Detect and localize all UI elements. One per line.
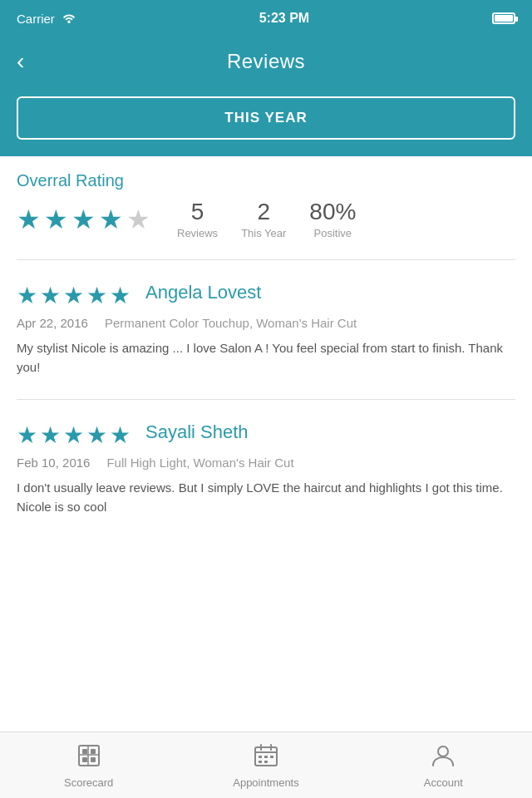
status-bar: Carrier 5:23 PM bbox=[0, 0, 532, 37]
battery-icon bbox=[492, 12, 515, 24]
review-header-1: ★ ★ ★ ★ ★ Angela Lovest bbox=[17, 282, 515, 309]
stat-thisyear-number: 2 bbox=[257, 199, 270, 225]
review-meta-1: Apr 22, 2016 Permanent Color Touchup, Wo… bbox=[17, 314, 515, 332]
review-card-2: ★ ★ ★ ★ ★ Sayali Sheth Feb 10, 2016 Full… bbox=[17, 408, 515, 530]
review-header-2: ★ ★ ★ ★ ★ Sayali Sheth bbox=[17, 421, 515, 449]
svg-rect-3 bbox=[82, 757, 87, 762]
rating-stats: 5 Reviews 2 This Year 80% Positive bbox=[177, 199, 356, 239]
star-5: ★ bbox=[126, 204, 150, 235]
reviewer-name-2: Sayali Sheth bbox=[145, 421, 249, 443]
r1-star-2: ★ bbox=[40, 282, 61, 309]
star-2: ★ bbox=[44, 204, 68, 235]
filter-section: THIS YEAR bbox=[0, 86, 532, 156]
filter-button[interactable]: THIS YEAR bbox=[17, 96, 515, 140]
r2-star-4: ★ bbox=[86, 421, 107, 449]
wifi-icon bbox=[62, 12, 76, 26]
review-text-1: My stylist Nicole is amazing ... I love … bbox=[17, 338, 515, 377]
r1-star-5: ★ bbox=[110, 282, 131, 309]
stat-positive: 80% Positive bbox=[309, 199, 356, 239]
appointments-icon bbox=[253, 742, 279, 772]
svg-rect-12 bbox=[264, 756, 268, 758]
review-card-1: ★ ★ ★ ★ ★ Angela Lovest Apr 22, 2016 Per… bbox=[17, 268, 515, 391]
stat-thisyear: 2 This Year bbox=[241, 199, 286, 239]
carrier-label: Carrier bbox=[17, 12, 55, 26]
svg-rect-15 bbox=[264, 761, 268, 763]
tab-appointments[interactable]: Appointments bbox=[177, 732, 354, 798]
review-date-2: Feb 10, 2016 bbox=[17, 456, 90, 470]
overall-rating-section: Overral Rating ★ ★ ★ ★ ★ 5 Reviews 2 Thi… bbox=[17, 156, 515, 251]
tab-account-label: Account bbox=[424, 776, 463, 789]
svg-point-16 bbox=[438, 746, 448, 756]
page-title: Reviews bbox=[227, 50, 305, 73]
review-service-1: Permanent Color Touchup, Woman's Hair Cu… bbox=[105, 314, 357, 332]
reviewer-name-1: Angela Lovest bbox=[145, 282, 261, 303]
svg-rect-13 bbox=[270, 756, 273, 758]
r2-star-1: ★ bbox=[17, 421, 37, 449]
stat-reviews-label: Reviews bbox=[177, 227, 218, 239]
content-area: Overral Rating ★ ★ ★ ★ ★ 5 Reviews 2 Thi… bbox=[0, 156, 532, 735]
r2-star-5: ★ bbox=[110, 421, 131, 449]
r2-star-2: ★ bbox=[40, 421, 61, 449]
star-1: ★ bbox=[17, 204, 41, 235]
stat-positive-number: 80% bbox=[309, 199, 356, 225]
tab-bar: Scorecard Appointments Account bbox=[0, 732, 532, 798]
stat-thisyear-label: This Year bbox=[241, 227, 286, 239]
stat-reviews: 5 Reviews bbox=[177, 199, 218, 239]
r2-star-3: ★ bbox=[63, 421, 84, 449]
status-right bbox=[492, 12, 515, 24]
tab-scorecard[interactable]: Scorecard bbox=[0, 732, 177, 798]
r1-star-3: ★ bbox=[63, 282, 84, 309]
rating-row: ★ ★ ★ ★ ★ 5 Reviews 2 This Year 80% Posi… bbox=[17, 199, 515, 239]
r1-star-1: ★ bbox=[17, 282, 37, 309]
stat-reviews-number: 5 bbox=[191, 199, 204, 225]
svg-rect-1 bbox=[82, 749, 87, 754]
overall-stars: ★ ★ ★ ★ ★ bbox=[17, 204, 150, 235]
back-button[interactable]: ‹ bbox=[17, 47, 31, 76]
overall-title: Overral Rating bbox=[17, 171, 515, 190]
stat-positive-label: Positive bbox=[314, 227, 352, 239]
scorecard-icon bbox=[76, 742, 102, 772]
svg-rect-2 bbox=[91, 749, 96, 754]
svg-rect-0 bbox=[79, 746, 99, 766]
status-time: 5:23 PM bbox=[259, 11, 309, 26]
review-date-1: Apr 22, 2016 bbox=[17, 316, 88, 330]
svg-rect-14 bbox=[259, 761, 262, 763]
status-left: Carrier bbox=[17, 12, 76, 26]
review-meta-2: Feb 10, 2016 Full High Light, Woman's Ha… bbox=[17, 454, 515, 471]
svg-rect-11 bbox=[259, 756, 262, 758]
tab-account[interactable]: Account bbox=[355, 732, 532, 798]
star-3: ★ bbox=[71, 204, 96, 235]
review-service-2: Full High Light, Woman's Hair Cut bbox=[106, 454, 293, 471]
review-stars-2: ★ ★ ★ ★ ★ bbox=[17, 421, 131, 449]
divider-1 bbox=[17, 259, 515, 260]
header: ‹ Reviews bbox=[0, 37, 532, 86]
star-4: ★ bbox=[99, 204, 123, 235]
review-text-2: I don't usually leave reviews. But I sim… bbox=[17, 478, 515, 517]
review-stars-1: ★ ★ ★ ★ ★ bbox=[17, 282, 131, 309]
divider-2 bbox=[17, 399, 515, 400]
tab-appointments-label: Appointments bbox=[233, 776, 299, 789]
account-icon bbox=[430, 742, 456, 772]
tab-scorecard-label: Scorecard bbox=[64, 776, 113, 789]
r1-star-4: ★ bbox=[86, 282, 107, 309]
svg-rect-4 bbox=[91, 757, 96, 762]
